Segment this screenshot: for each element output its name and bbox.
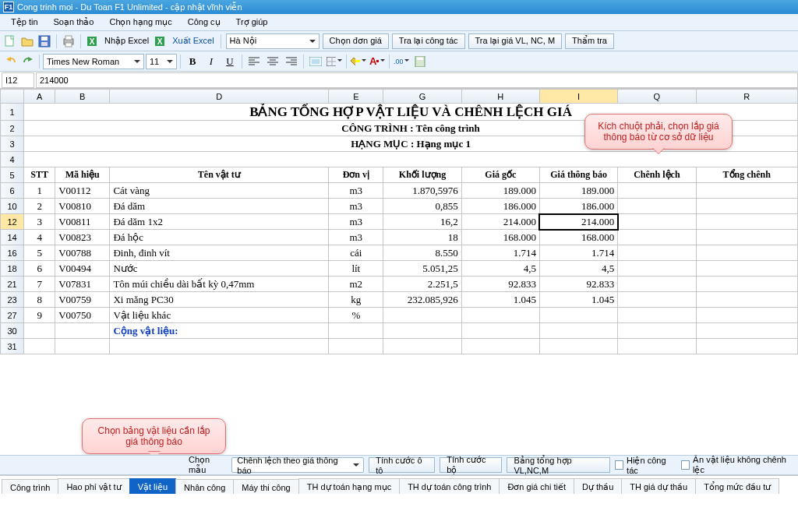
cell-stt[interactable]: 1 [24,183,55,199]
borders-button[interactable] [326,54,343,69]
sheet-tab[interactable]: Dự thầu [574,478,622,494]
row-header[interactable]: 21 [1,277,24,292]
cell-code[interactable]: V00494 [55,261,110,277]
cell-stt[interactable]: 8 [24,292,55,308]
font-size-select[interactable]: 11 [146,54,177,69]
cell-notice-price[interactable]: 186.000 [539,199,617,214]
show-work-checkbox[interactable]: Hiện công tác [615,456,676,475]
calculator-icon[interactable] [411,54,429,69]
cell-code[interactable]: V00811 [55,214,110,230]
col-header[interactable]: Q [618,90,696,104]
menu-tools[interactable]: Công cụ [182,16,227,29]
cell-name[interactable]: Đá dăm 1x2 [110,214,329,230]
retrace-price-button[interactable]: Tra lại giá VL, NC, M [468,33,563,49]
name-box[interactable]: I12 [2,72,34,88]
row-header[interactable]: 31 [1,339,24,354]
row-header[interactable]: 23 [1,292,24,308]
summary-table-button[interactable]: Bảng tổng hợp VL,NC,M [507,457,609,473]
import-excel-label[interactable]: Nhập Excel [103,36,150,46]
cell-qty[interactable]: 8.550 [383,245,461,261]
row-header[interactable]: 14 [1,230,24,245]
cell-notice-price[interactable]: 214.000 [539,214,617,230]
hide-material-checkbox[interactable]: Ẩn vật liệu không chênh lệc [681,455,793,475]
sheet-tab[interactable]: Hao phí vật tư [58,478,129,494]
cell-name[interactable]: Tôn múi chiều dài bất kỳ 0,47mm [110,277,329,292]
cell-diff[interactable] [618,183,696,199]
row-header[interactable]: 6 [1,183,24,199]
font-family-select[interactable]: Times New Roman [43,54,144,69]
excel-import-icon[interactable]: X [86,34,100,48]
select-all-corner[interactable] [1,90,24,104]
cell-orig-price[interactable]: 189.000 [461,183,539,199]
cell-unit[interactable]: m3 [329,183,383,199]
cell-total-diff[interactable] [696,183,797,199]
sheet-tab[interactable]: TH giá dự thầu [621,478,696,494]
cell-stt[interactable]: 7 [24,277,55,292]
cell-orig-price[interactable] [461,308,539,323]
excel-export-icon[interactable]: X [154,34,168,48]
cell-qty[interactable]: 16,2 [383,214,461,230]
cell-qty[interactable] [383,308,461,323]
cell-total-diff[interactable] [696,230,797,245]
cell-notice-price[interactable]: 189.000 [539,183,617,199]
cell-unit[interactable]: lít [329,261,383,277]
cell-diff[interactable] [618,199,696,214]
cell-name[interactable]: Cát vàng [110,183,329,199]
menu-edit[interactable]: Soạn thảo [48,16,101,29]
redo-icon[interactable] [20,54,36,69]
cell-unit[interactable]: m3 [329,199,383,214]
col-header[interactable]: E [329,90,383,104]
sheet-tab[interactable]: TH dự toán hạng mục [298,478,400,494]
decimal-button[interactable]: .00 [393,54,410,69]
cell-diff[interactable] [618,230,696,245]
row-header[interactable]: 5 [1,167,24,183]
row-header[interactable]: 12 [1,214,24,230]
cell-code[interactable]: V00750 [55,308,110,323]
cell-name[interactable]: Đá dăm [110,199,329,214]
open-icon[interactable] [20,34,34,48]
sheet-tab[interactable]: Tổng mức đầu tư [695,478,779,494]
choose-price-button[interactable]: Chọn đơn giá [323,33,389,49]
cell-total-diff[interactable] [696,214,797,230]
row-header[interactable]: 27 [1,308,24,323]
spreadsheet-grid[interactable]: A B D E G H I Q R 1BẢNG TỔNG HỢP VẬT LIỆ… [0,89,798,455]
cell-qty[interactable]: 232.085,926 [383,292,461,308]
cell-orig-price[interactable]: 214.000 [461,214,539,230]
cell-code[interactable]: V07831 [55,277,110,292]
cell-orig-price[interactable]: 1.714 [461,245,539,261]
sheet-tab[interactable]: Đơn giá chi tiết [499,478,574,494]
cell-diff[interactable] [618,277,696,292]
cell-unit[interactable]: m3 [329,214,383,230]
row-header[interactable]: 30 [1,323,24,339]
cell-notice-price[interactable]: 92.833 [539,277,617,292]
underline-button[interactable]: U [221,54,238,69]
row-header[interactable]: 10 [1,199,24,214]
cell-notice-price[interactable] [539,308,617,323]
cell-unit[interactable]: m2 [329,277,383,292]
cell-orig-price[interactable]: 92.833 [461,277,539,292]
cell-notice-price[interactable]: 168.000 [539,230,617,245]
cell-stt[interactable]: 9 [24,308,55,323]
formula-input[interactable]: 214000 [36,72,798,88]
cell-notice-price[interactable]: 4,5 [539,261,617,277]
row-header[interactable]: 4 [1,152,24,167]
cell-diff[interactable] [618,245,696,261]
align-right-button[interactable] [283,54,300,69]
cell-unit[interactable]: % [329,308,383,323]
verify-button[interactable]: Thẩm tra [565,33,614,49]
cell-total-diff[interactable] [696,261,797,277]
cell-total-diff[interactable] [696,245,797,261]
template-dropdown[interactable]: Chênh lệch theo giá thông báo [231,457,364,473]
sheet-tab[interactable]: Nhân công [175,479,234,494]
align-left-button[interactable] [245,54,263,69]
cell-total-diff[interactable] [696,292,797,308]
save-icon[interactable] [37,34,51,48]
cell-code[interactable]: V00810 [55,199,110,214]
cell-name[interactable]: Xi măng PC30 [110,292,329,308]
col-header[interactable]: B [55,90,110,104]
bold-button[interactable]: B [184,54,201,69]
row-header[interactable]: 18 [1,261,24,277]
retrace-work-button[interactable]: Tra lại công tác [392,33,465,49]
cell-qty[interactable]: 5.051,25 [383,261,461,277]
cell-total-diff[interactable] [696,308,797,323]
